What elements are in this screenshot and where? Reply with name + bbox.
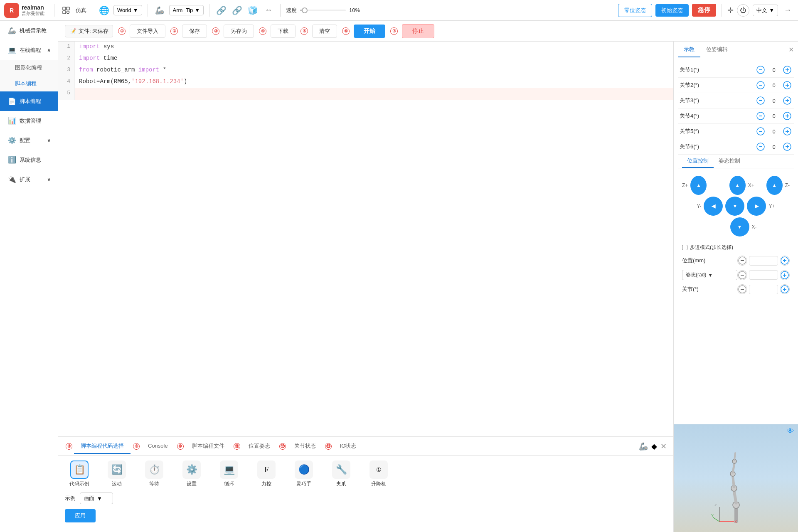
y-plus-button[interactable]: ▶ xyxy=(747,197,766,216)
bottom-num-10: ⑩ xyxy=(177,443,184,450)
right-close-button[interactable]: ✕ xyxy=(788,46,794,54)
example-label-gripper: 夹爪 xyxy=(336,480,346,488)
z-minus-button[interactable]: ▲ xyxy=(766,176,783,195)
joint-1-minus[interactable] xyxy=(756,65,766,75)
joint-4-plus[interactable] xyxy=(782,111,792,121)
position-minus-button[interactable] xyxy=(737,256,747,266)
tab-code-select[interactable]: 脚本编程代码选择 xyxy=(74,439,131,454)
power-button[interactable]: ⏻ xyxy=(737,4,749,17)
link-icon[interactable]: 🔗 xyxy=(215,4,227,17)
sidebar-item-mechanical[interactable]: 🦾 机械臂示教 xyxy=(0,21,58,40)
chain-icon[interactable]: 🔗 xyxy=(231,4,243,17)
x-plus-label: X+ xyxy=(748,182,754,188)
close-bottom-icon[interactable]: ✕ xyxy=(660,442,667,451)
language-button[interactable]: 中文 ▼ xyxy=(753,5,778,16)
example-item-agile[interactable]: 🔵 灵巧手 xyxy=(289,461,318,488)
example-item-loop[interactable]: 💻 循环 xyxy=(214,461,244,488)
joint-input-minus[interactable] xyxy=(737,284,747,294)
sidebar-item-sysinfo[interactable]: ℹ️ 系统信息 xyxy=(0,150,58,170)
clear-button[interactable]: 清空 xyxy=(312,25,337,38)
sidebar-item-script[interactable]: 脚本编程 xyxy=(0,76,58,91)
joint-value-input[interactable]: 0.500 xyxy=(749,285,778,294)
download-button[interactable]: 下载 xyxy=(271,25,296,38)
joint-input-plus[interactable] xyxy=(780,284,790,294)
save-button[interactable]: 保存 xyxy=(182,25,207,38)
zero-pos-button[interactable]: 零位姿态 xyxy=(618,4,652,17)
example-item-settings[interactable]: ⚙️ 设置 xyxy=(177,461,206,488)
joint-3-plus[interactable] xyxy=(782,96,792,106)
apply-button[interactable]: 应用 xyxy=(65,509,96,522)
file-status-icon: 📝 xyxy=(69,28,76,34)
start-button[interactable]: 开始 xyxy=(354,25,385,38)
pos-tab-attitude[interactable]: 姿态控制 xyxy=(714,155,745,168)
svg-text:Z: Z xyxy=(714,503,717,507)
tab-pos-attitude[interactable]: 位置姿态 xyxy=(242,439,277,454)
arm-icon: 🦾 xyxy=(153,4,166,17)
joint-4-minus[interactable] xyxy=(756,111,766,121)
z-plus-button[interactable]: ▲ xyxy=(690,176,707,195)
joint-2-minus[interactable] xyxy=(756,80,766,90)
down-center-button[interactable]: ▼ xyxy=(725,197,744,216)
joint-6-minus[interactable] xyxy=(756,142,766,152)
sidebar-item-extend[interactable]: 🔌 扩展 ∨ xyxy=(0,170,58,189)
tab-script-file[interactable]: 脚本编程文件 xyxy=(185,439,231,454)
speed-slider-container[interactable] xyxy=(300,7,346,14)
joint-6-plus[interactable] xyxy=(782,142,792,152)
joint-5-minus[interactable] xyxy=(756,126,766,136)
y-minus-button[interactable]: ◀ xyxy=(704,197,723,216)
sidebar-item-data[interactable]: 📊 数据管理 xyxy=(0,111,58,131)
right-tab-pose-edit[interactable]: 位姿编辑 xyxy=(700,42,734,57)
diamond-icon[interactable]: ◆ xyxy=(651,442,657,451)
sim-icon[interactable] xyxy=(60,4,72,17)
robot-arm-icon[interactable]: 🦾 xyxy=(639,442,648,451)
pos-tab-position[interactable]: 位置控制 xyxy=(682,155,714,168)
example-select-dropdown[interactable]: 画面 ▼ xyxy=(80,493,113,504)
joint-1-plus[interactable] xyxy=(782,65,792,75)
svg-line-59 xyxy=(734,453,735,460)
tab-joint-state[interactable]: 关节状态 xyxy=(288,439,323,454)
stop-button[interactable]: 停止 xyxy=(402,24,434,38)
sidebar-item-graphic[interactable]: 图形化编程 xyxy=(0,60,58,76)
sidebar-item-script-main[interactable]: 📄 脚本编程 xyxy=(0,91,58,111)
example-icon-code: 📋 xyxy=(70,461,89,479)
example-label-loop: 循环 xyxy=(224,480,234,488)
cube-icon[interactable]: 🧊 xyxy=(246,4,259,17)
code-editor[interactable]: 1 import sys 2 import time 3 from roboti… xyxy=(58,42,673,436)
save-as-button[interactable]: 另存为 xyxy=(224,25,254,38)
tab-console[interactable]: Console xyxy=(141,439,175,453)
arrows-icon[interactable]: ↔ xyxy=(262,4,275,17)
example-item-force[interactable]: F 力控 xyxy=(252,461,281,488)
eye-icon[interactable]: 👁 xyxy=(787,427,794,436)
world-dropdown[interactable]: World ▼ xyxy=(113,5,142,15)
sidebar-item-config[interactable]: ⚙️ 配置 ∨ xyxy=(0,131,58,150)
joint-2-plus[interactable] xyxy=(782,80,792,90)
step-mode-checkbox[interactable] xyxy=(682,245,687,250)
joint-5-plus[interactable] xyxy=(782,126,792,136)
sidebar-item-online[interactable]: 💻 在线编程 ∧ xyxy=(0,40,58,60)
example-item-code[interactable]: 📋 代码示例 xyxy=(65,461,94,488)
position-plus-button[interactable] xyxy=(780,256,790,266)
import-button[interactable]: 文件导入 xyxy=(130,25,165,38)
example-item-lifter[interactable]: ① 升降机 xyxy=(364,461,393,488)
world-icon: 🌐 xyxy=(98,4,110,17)
x-plus-button[interactable]: ▲ xyxy=(729,176,746,195)
logout-button[interactable]: → xyxy=(781,4,794,17)
arm-dropdown[interactable]: Arm_Tip ▼ xyxy=(169,5,204,15)
code-line-4: 4 Robot=Arm(RM65,'192.168.1.234') xyxy=(58,76,673,88)
example-item-wait[interactable]: ⏱️ 等待 xyxy=(140,461,169,488)
tab-io-state[interactable]: IO状态 xyxy=(333,439,363,454)
attitude-minus-button[interactable] xyxy=(737,270,747,280)
sidebar-item-config-label: 配置 xyxy=(20,137,30,144)
joint-3-minus[interactable] xyxy=(756,96,766,106)
example-item-gripper[interactable]: 🔧 夹爪 xyxy=(327,461,356,488)
attitude-select-dropdown[interactable]: 姿态(rad) ▼ xyxy=(682,270,737,280)
x-minus-button[interactable]: ▼ xyxy=(730,217,749,236)
attitude-plus-button[interactable] xyxy=(780,270,790,280)
attitude-value-input[interactable]: 0.100 xyxy=(749,270,778,280)
main-layout: 🦾 机械臂示教 💻 在线编程 ∧ 图形化编程 脚本编程 📄 脚本编程 📊 数据管… xyxy=(0,21,798,532)
position-value-input[interactable]: 0.500 xyxy=(749,256,778,266)
example-item-motion[interactable]: 🔄 运动 xyxy=(102,461,131,488)
right-tab-teach[interactable]: 示教 xyxy=(678,42,700,57)
init-pos-button[interactable]: 初始姿态 xyxy=(655,4,689,17)
emergency-button[interactable]: 急停 xyxy=(692,4,716,17)
